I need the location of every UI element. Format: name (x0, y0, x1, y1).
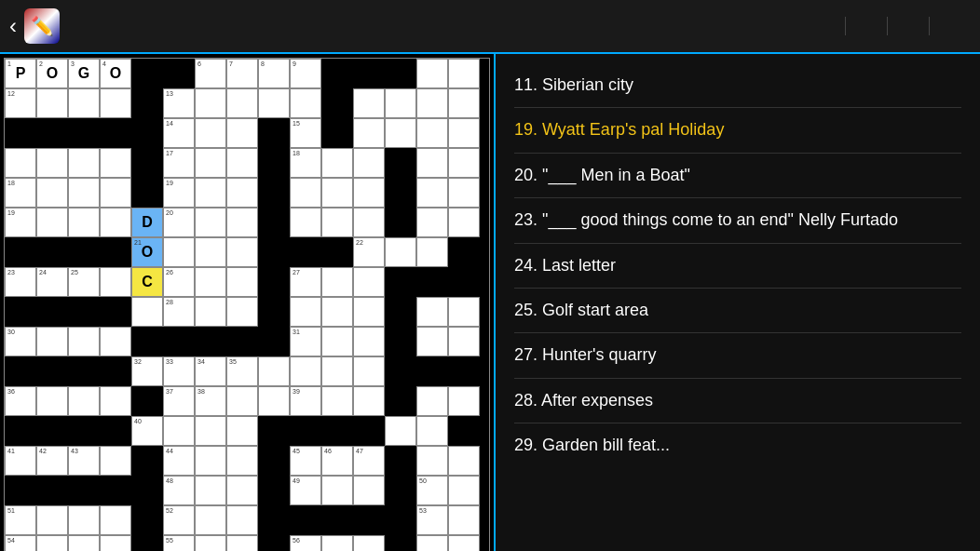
cell-r8-c12[interactable] (385, 297, 416, 327)
cell-r0-c4[interactable] (131, 59, 163, 88)
cell-r6-c10[interactable] (321, 237, 353, 267)
cell-r4-c1[interactable] (36, 178, 68, 208)
cell-r15-c9[interactable] (290, 505, 321, 535)
cell-r13-c13[interactable] (416, 446, 448, 476)
cell-r6-c1[interactable] (36, 237, 68, 267)
cell-r7-c12[interactable] (385, 267, 416, 297)
clue-item-clue-19[interactable]: 19. Wyatt Earp's pal Holiday (514, 108, 961, 153)
cell-r12-c6[interactable] (195, 416, 226, 446)
cell-r7-c10[interactable] (321, 267, 353, 297)
cell-r12-c8[interactable] (258, 416, 290, 446)
cell-r5-c3[interactable] (100, 208, 131, 237)
cell-r0-c11[interactable] (353, 59, 385, 88)
cell-r0-c7[interactable]: 7 (226, 59, 258, 88)
cell-r4-c7[interactable] (226, 178, 258, 208)
cell-r16-c3[interactable] (100, 535, 131, 551)
cell-r13-c0[interactable]: 41 (5, 446, 36, 476)
cell-r5-c0[interactable]: 19 (5, 208, 36, 237)
cell-r16-c1[interactable] (36, 535, 68, 551)
cell-r1-c4[interactable] (131, 88, 163, 118)
cell-r15-c8[interactable] (258, 505, 290, 535)
cell-r6-c0[interactable] (5, 237, 36, 267)
cell-r2-c7[interactable] (226, 118, 258, 148)
clue-item-clue-28[interactable]: 28. After expenses (514, 379, 961, 423)
cell-r12-c10[interactable] (321, 416, 353, 446)
cell-r13-c11[interactable]: 47 (353, 446, 385, 476)
cell-r5-c11[interactable] (353, 208, 385, 237)
cell-r12-c14[interactable] (448, 416, 480, 446)
cell-r4-c14[interactable] (448, 178, 480, 208)
cell-r8-c14[interactable] (448, 297, 480, 327)
cell-r14-c4[interactable] (131, 476, 163, 505)
cell-r14-c5[interactable]: 48 (163, 476, 195, 505)
cell-r10-c5[interactable]: 33 (163, 356, 195, 386)
cell-r9-c10[interactable] (321, 327, 353, 356)
cell-r6-c8[interactable] (258, 237, 290, 267)
cell-r9-c2[interactable] (68, 327, 100, 356)
cell-r16-c9[interactable]: 56 (290, 535, 321, 551)
cell-r8-c2[interactable] (68, 297, 100, 327)
cell-r2-c8[interactable] (258, 118, 290, 148)
cell-r16-c10[interactable] (321, 535, 353, 551)
cell-r8-c11[interactable] (353, 297, 385, 327)
cell-r7-c6[interactable] (195, 267, 226, 297)
cell-r0-c9[interactable]: 9 (290, 59, 321, 88)
cell-r0-c1[interactable]: 2O (36, 59, 68, 88)
back-button[interactable]: ‹ (9, 13, 17, 39)
cell-r4-c12[interactable] (385, 178, 416, 208)
cell-r14-c14[interactable] (448, 476, 480, 505)
clue-item-clue-20[interactable]: 20. "___ Men in a Boat" (514, 154, 961, 198)
cell-r4-c11[interactable] (353, 178, 385, 208)
cell-r6-c7[interactable] (226, 237, 258, 267)
cell-r3-c4[interactable] (131, 148, 163, 178)
cell-r7-c1[interactable]: 24 (36, 267, 68, 297)
cell-r16-c6[interactable] (195, 535, 226, 551)
cell-r10-c13[interactable] (416, 356, 448, 386)
cell-r13-c12[interactable] (385, 446, 416, 476)
check-button[interactable] (845, 17, 887, 35)
cell-r3-c0[interactable] (5, 148, 36, 178)
cell-r6-c5[interactable] (163, 237, 195, 267)
cell-r9-c4[interactable] (131, 327, 163, 356)
cell-r3-c6[interactable] (195, 148, 226, 178)
clue-item-clue-11[interactable]: 11. Siberian city (514, 63, 961, 108)
cell-r13-c2[interactable]: 43 (68, 446, 100, 476)
cell-r15-c4[interactable] (131, 505, 163, 535)
cell-r2-c9[interactable]: 15 (290, 118, 321, 148)
cell-r2-c5[interactable]: 14 (163, 118, 195, 148)
cell-r14-c8[interactable] (258, 476, 290, 505)
cell-r6-c3[interactable] (100, 237, 131, 267)
cell-r7-c5[interactable]: 26 (163, 267, 195, 297)
cell-r3-c11[interactable] (353, 148, 385, 178)
clue-list-button[interactable] (887, 17, 929, 35)
cell-r6-c13[interactable] (416, 237, 448, 267)
cell-r9-c9[interactable]: 31 (290, 327, 321, 356)
cell-r1-c0[interactable]: 12 (5, 88, 36, 118)
clue-item-clue-29[interactable]: 29. Garden bill feat... (514, 423, 961, 467)
cell-r2-c3[interactable] (100, 118, 131, 148)
cell-r13-c4[interactable] (131, 446, 163, 476)
cell-r0-c13[interactable] (416, 59, 448, 88)
cell-r16-c5[interactable]: 55 (163, 535, 195, 551)
cell-r0-c0[interactable]: 1P (5, 59, 36, 88)
cell-r10-c11[interactable] (353, 356, 385, 386)
cell-r0-c5[interactable] (163, 59, 195, 88)
cell-r3-c3[interactable] (100, 148, 131, 178)
cell-r7-c13[interactable] (416, 267, 448, 297)
cell-r0-c2[interactable]: 3G (68, 59, 100, 88)
cell-r11-c4[interactable] (131, 386, 163, 416)
cell-r10-c3[interactable] (100, 356, 131, 386)
cell-r2-c2[interactable] (68, 118, 100, 148)
cell-r1-c2[interactable] (68, 88, 100, 118)
cell-r15-c2[interactable] (68, 505, 100, 535)
cell-r13-c8[interactable] (258, 446, 290, 476)
cell-r15-c1[interactable] (36, 505, 68, 535)
cell-r11-c5[interactable]: 37 (163, 386, 195, 416)
cell-r15-c10[interactable] (321, 505, 353, 535)
cell-r12-c11[interactable] (353, 416, 385, 446)
cell-r13-c10[interactable]: 46 (321, 446, 353, 476)
cell-r2-c1[interactable] (36, 118, 68, 148)
cell-r12-c7[interactable] (226, 416, 258, 446)
cell-r8-c8[interactable] (258, 297, 290, 327)
cell-r1-c5[interactable]: 13 (163, 88, 195, 118)
